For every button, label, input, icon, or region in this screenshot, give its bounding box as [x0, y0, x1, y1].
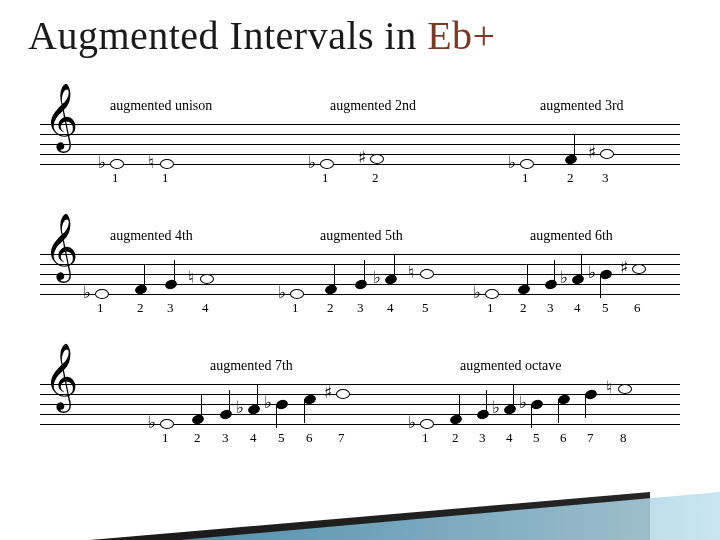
interval-label: augmented 4th	[110, 228, 193, 244]
scale-degree-number: 4	[506, 430, 513, 446]
scale-degree-number: 6	[560, 430, 567, 446]
note-stem	[229, 390, 230, 414]
scale-degree-number: 2	[520, 300, 527, 316]
whole-note	[320, 159, 334, 169]
scale-degree-number: 6	[306, 430, 313, 446]
note-stem	[574, 135, 575, 159]
accidental-icon: ♭	[98, 154, 106, 171]
scale-degree-number: 3	[479, 430, 486, 446]
scale-degree-number: 7	[338, 430, 345, 446]
accidental-icon: ♭	[278, 284, 286, 301]
title-text: Augmented Intervals in	[28, 13, 427, 58]
note-stem	[257, 385, 258, 409]
whole-note	[95, 289, 109, 299]
scale-degree-number: 8	[620, 430, 627, 446]
whole-note	[160, 419, 174, 429]
accidental-icon: ♮	[148, 154, 154, 171]
accidental-icon: ♯	[358, 149, 366, 166]
scale-degree-number: 3	[602, 170, 609, 186]
whole-note	[290, 289, 304, 299]
note-stem	[334, 265, 335, 289]
whole-note	[160, 159, 174, 169]
note-stem	[304, 399, 305, 423]
whole-note	[485, 289, 499, 299]
whole-note	[600, 149, 614, 159]
scale-degree-number: 4	[574, 300, 581, 316]
whole-note	[420, 269, 434, 279]
interval-label: augmented 7th	[210, 358, 293, 374]
whole-note	[370, 154, 384, 164]
accidental-icon: ♮	[188, 269, 194, 286]
note-stem	[486, 390, 487, 414]
scale-degree-number: 5	[278, 430, 285, 446]
staff	[40, 384, 680, 424]
accidental-icon: ♭	[519, 394, 527, 411]
accidental-icon: ♭	[308, 154, 316, 171]
note-stem	[527, 265, 528, 289]
whole-note	[618, 384, 632, 394]
note-stem	[276, 404, 277, 428]
accidental-icon: ♭	[492, 399, 500, 416]
accidental-icon: ♭	[473, 284, 481, 301]
accidental-icon: ♭	[588, 264, 596, 281]
whole-note	[632, 264, 646, 274]
scale-degree-number: 1	[162, 170, 169, 186]
scale-degree-number: 2	[327, 300, 334, 316]
scale-degree-number: 4	[202, 300, 209, 316]
scale-degree-number: 5	[422, 300, 429, 316]
accidental-icon: ♭	[408, 414, 416, 431]
treble-clef-icon: 𝄞	[44, 348, 78, 406]
scale-degree-number: 1	[162, 430, 169, 446]
note-stem	[364, 260, 365, 284]
scale-degree-number: 2	[567, 170, 574, 186]
accidental-icon: ♭	[264, 394, 272, 411]
whole-note	[200, 274, 214, 284]
note-stem	[554, 260, 555, 284]
scale-degree-number: 1	[292, 300, 299, 316]
scale-degree-number: 1	[322, 170, 329, 186]
scale-degree-number: 3	[547, 300, 554, 316]
note-stem	[459, 395, 460, 419]
scale-degree-number: 4	[250, 430, 257, 446]
accidental-icon: ♭	[236, 399, 244, 416]
scale-degree-number: 2	[372, 170, 379, 186]
slide: Augmented Intervals in Eb+ 𝄞augmented un…	[0, 0, 720, 540]
scale-degree-number: 3	[222, 430, 229, 446]
scale-degree-number: 1	[422, 430, 429, 446]
scale-degree-number: 5	[602, 300, 609, 316]
interval-label: augmented 3rd	[540, 98, 624, 114]
scale-degree-number: 3	[167, 300, 174, 316]
note-stem	[600, 274, 601, 298]
staff-row: 𝄞augmented 4th♭♮1234augmented 5th♭♭♮1234…	[40, 230, 680, 350]
scale-degree-number: 6	[634, 300, 641, 316]
scale-degree-number: 1	[112, 170, 119, 186]
note-stem	[585, 394, 586, 418]
scale-degree-number: 2	[137, 300, 144, 316]
accidental-icon: ♯	[588, 144, 596, 161]
music-content: 𝄞augmented unison♭♮11augmented 2nd♭♯12au…	[40, 100, 680, 490]
accidental-icon: ♮	[408, 264, 414, 281]
whole-note	[420, 419, 434, 429]
treble-clef-icon: 𝄞	[44, 218, 78, 276]
note-stem	[174, 260, 175, 284]
whole-note	[520, 159, 534, 169]
accidental-icon: ♮	[606, 379, 612, 396]
accidental-icon: ♭	[560, 269, 568, 286]
accidental-icon: ♯	[324, 384, 332, 401]
whole-note	[336, 389, 350, 399]
scale-degree-number: 1	[522, 170, 529, 186]
accidental-icon: ♯	[620, 259, 628, 276]
interval-label: augmented 6th	[530, 228, 613, 244]
accidental-icon: ♭	[148, 414, 156, 431]
scale-degree-number: 3	[357, 300, 364, 316]
scale-degree-number: 1	[97, 300, 104, 316]
wedge-blue	[180, 492, 720, 540]
slide-title: Augmented Intervals in Eb+	[28, 12, 496, 59]
note-stem	[144, 265, 145, 289]
interval-label: augmented octave	[460, 358, 561, 374]
note-stem	[201, 395, 202, 419]
note-stem	[513, 385, 514, 409]
whole-note	[110, 159, 124, 169]
staff-row: 𝄞augmented unison♭♮11augmented 2nd♭♯12au…	[40, 100, 680, 220]
note-stem	[581, 255, 582, 279]
